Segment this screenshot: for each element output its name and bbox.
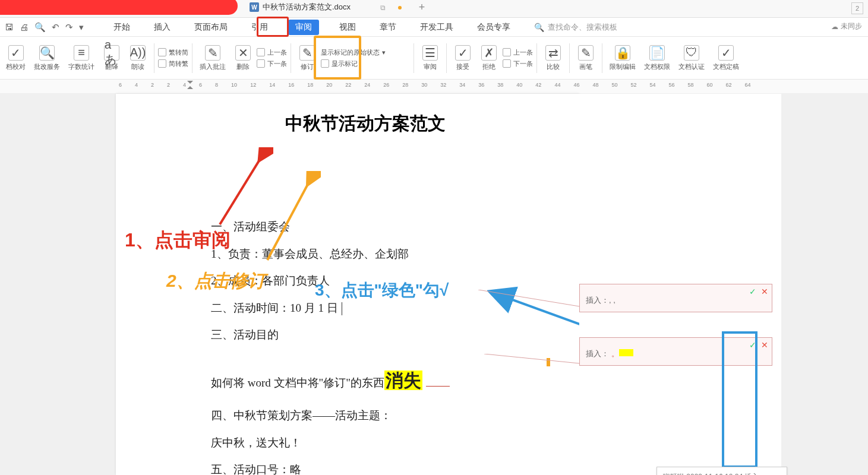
separator [602,43,602,73]
btn-restrict[interactable]: 🔒限制编辑 [606,39,639,78]
tab-page-layout[interactable]: 页面布局 [191,20,231,35]
btn-show-markup[interactable]: 显示标记 [321,59,410,68]
ruler-tick: 20 [326,82,332,88]
btn-to-traditional[interactable]: 简转繁 [158,59,188,68]
qat-print-icon[interactable]: 🖨 [20,22,29,32]
comment-reject-icon[interactable]: ✕ [761,340,768,350]
comment-pane: ✓ ✕ 插入：, , ✓ ✕ 插入： 。 [579,94,781,475]
markup-mode-dropdown[interactable]: 显示标记的原始状态▾ [321,48,410,57]
comment-reject-icon[interactable]: ✕ [761,287,768,296]
ruler-tick: 58 [687,82,693,88]
prev-icon [257,48,265,56]
doc-p2: 1、负责：董事会成员、总经办、企划部 [211,240,520,268]
btn-next-change[interactable]: 下一条 [503,59,533,68]
doc-p5: 三、活动目的 [211,321,520,349]
wordcount-icon: ≡ [74,45,89,61]
tab-developer[interactable]: 开发工具 [416,20,457,35]
ruler-tick: 64 [745,82,751,88]
qat-redo-icon[interactable]: ↷ [65,22,73,33]
ruler-tick: 32 [440,82,446,88]
ruler-tick: 2 [151,82,154,88]
separator [569,43,570,73]
btn-delete-comment[interactable]: ✕删除 [231,39,255,78]
horizontal-ruler[interactable]: 6422468101214161820222426283032343638404… [0,80,868,94]
btn-doc-final[interactable]: ✓文档定稿 [709,39,743,78]
screen-mode-icon[interactable]: ⧉ [380,4,386,12]
doc-p9: 五、活动口号：略 [211,456,520,475]
readaloud-icon: A)) [130,45,146,61]
tab-review[interactable]: 审阅 [288,20,319,35]
window-badge[interactable]: 2 [851,2,863,14]
next-icon [257,59,265,68]
tab-sections[interactable]: 章节 [376,20,400,35]
ruler-tick: 8 [215,82,218,88]
quick-access-toolbar: 🖫 🖨 🔍 ↶ ↷ ▾ [5,22,84,33]
btn-compare[interactable]: ⇄比较 [541,39,566,78]
ruler-tick: 40 [516,82,522,88]
qat-dropdown-icon[interactable]: ▾ [79,22,84,33]
btn-ink[interactable]: ✎画笔 [573,39,598,78]
btn-doc-auth[interactable]: 🛡文档认证 [675,39,708,78]
btn-next-comment[interactable]: 下一条 [257,59,287,68]
spellcheck-icon: ✓ [8,45,24,61]
qat-preview-icon[interactable]: 🔍 [34,22,46,33]
command-search[interactable]: 🔍 查找命令、搜索模板 [534,22,617,33]
document-tab[interactable]: W 中秋节活动方案范文.docx [250,2,351,12]
tab-insert[interactable]: 插入 [150,20,174,35]
btn-reject[interactable]: ✗拒绝 [476,39,501,78]
ruler-tick: 26 [383,82,389,88]
btn-correction[interactable]: 🔍批改服务 [30,39,64,78]
ruler-tick: 54 [649,82,655,88]
margin-marker-icon [547,358,550,366]
separator [446,43,447,73]
btn-to-simplified[interactable]: 繁转简 [158,48,188,57]
comment-accept-icon[interactable]: ✓ [749,287,756,296]
ruler-marks: 6422468101214161820222426283032343638404… [119,82,751,88]
qat-save-icon[interactable]: 🖫 [5,22,14,32]
doc-p4: 二、活动时间：10 月 1 日 [211,294,520,322]
compare-icon: ⇄ [545,45,561,61]
comment-box-1[interactable]: ✓ ✕ 插入：, , [579,284,772,312]
qat-undo-icon[interactable]: ↶ [52,22,59,33]
btn-review-pane[interactable]: ☰审阅 [418,39,443,78]
btn-prev-change[interactable]: 上一条 [503,48,533,57]
text-cursor [342,302,342,315]
btn-prev-comment[interactable]: 上一条 [257,48,287,57]
indent-marker-icon[interactable] [187,81,193,89]
tab-start[interactable]: 开始 [110,20,134,35]
comment-box-2[interactable]: ✓ ✕ 插入： 。 [579,337,772,366]
tab-view[interactable]: 视图 [336,20,359,35]
btn-accept[interactable]: ✓接受 [450,39,475,78]
unsaved-dot-icon [398,6,402,10]
ruler-tick: 62 [726,82,732,88]
ruler-tick: 14 [269,82,275,88]
next-change-icon [503,59,511,68]
btn-translate[interactable]: aあ翻译 [99,39,124,78]
doc-p8: 庆中秋，送大礼！ [211,429,520,457]
final-icon: ✓ [718,45,734,61]
menu-bar: 🖫 🖨 🔍 ↶ ↷ ▾ 开始 插入 页面布局 引用 审阅 视图 章节 开发工具 … [0,18,868,37]
ruler-tick: 34 [459,82,465,88]
btn-insert-comment[interactable]: ✎插入批注 [196,39,229,78]
new-tab-button[interactable]: + [416,2,428,14]
btn-track-changes[interactable]: ✎修订 [295,39,320,78]
document-page[interactable]: 中秋节活动方案范文 一、活动组委会 1、负责：董事会成员、总经办、企划部 2、成… [116,94,579,475]
btn-spellcheck[interactable]: ✓档校对 [2,39,29,78]
change-nav: 上一条 下一条 [503,48,533,68]
btn-read-aloud[interactable]: A))朗读 [125,39,150,78]
btn-wordcount[interactable]: ≡字数统计 [65,39,98,78]
sync-status[interactable]: ☁ 未同步 [831,21,862,31]
ruler-tick: 36 [478,82,484,88]
tab-membership[interactable]: 会员专享 [474,20,514,35]
ruler-tick: 4 [135,82,138,88]
comment-accept-icon[interactable]: ✓ [749,340,756,350]
comment-label: 插入： [586,349,609,358]
doc-p3: 2、成员：各部门负责人 [211,267,520,294]
tab-references[interactable]: 引用 [248,20,272,35]
separator [536,43,537,73]
prev-change-icon [503,48,511,56]
redaction-overlay [0,0,238,15]
btn-doc-permission[interactable]: 📄文档权限 [640,39,674,78]
ruler-tick: 4 [183,82,186,88]
ruler-tick: 12 [250,82,256,88]
